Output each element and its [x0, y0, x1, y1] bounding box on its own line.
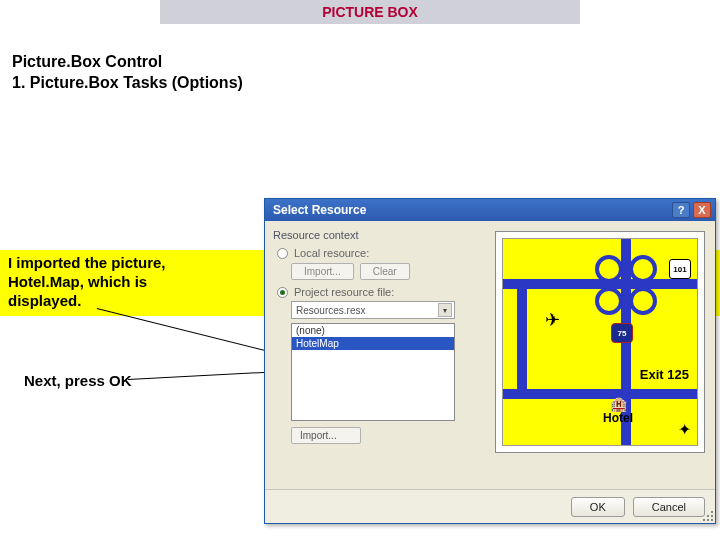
import-project-button[interactable]: Import...: [291, 427, 361, 444]
resource-listbox[interactable]: (none) HotelMap: [291, 323, 455, 421]
hotel-label: 🏨 Hotel: [603, 397, 633, 425]
hotelmap-image: 101 75 ✈ Exit 125 🏨 Hotel ✦: [502, 238, 698, 446]
clear-button: Clear: [360, 263, 410, 280]
import-local-button: Import...: [291, 263, 354, 280]
resource-file-combo[interactable]: Resources.resx ▾: [291, 301, 455, 319]
next-instruction: Next, press OK: [24, 372, 132, 389]
preview-pane: 101 75 ✈ Exit 125 🏨 Hotel ✦: [495, 231, 705, 453]
project-resource-label: Project resource file:: [294, 286, 394, 298]
list-item[interactable]: HotelMap: [292, 337, 454, 350]
interstate-shield: 75: [611, 323, 633, 343]
slide-banner: PICTURE BOX: [160, 0, 580, 24]
highlight-note-text: I imported the picture, Hotel.Map, which…: [8, 254, 208, 310]
compass-icon: ✦: [678, 420, 691, 439]
local-resource-label: Local resource:: [294, 247, 369, 259]
list-item[interactable]: (none): [292, 324, 454, 337]
subtitle-line-1: Picture.Box Control: [12, 52, 243, 73]
radio-icon: [277, 287, 288, 298]
combo-value: Resources.resx: [296, 305, 365, 316]
subtitle-line-2: 1. Picture.Box Tasks (Options): [12, 73, 243, 94]
dialog-title: Select Resource: [273, 203, 366, 217]
close-button[interactable]: X: [693, 202, 711, 218]
radio-icon: [277, 248, 288, 259]
chevron-down-icon: ▾: [438, 303, 452, 317]
cancel-button[interactable]: Cancel: [633, 497, 705, 517]
hotel-icon: 🏨: [603, 397, 633, 411]
help-icon: ?: [678, 205, 685, 216]
dialog-footer: OK Cancel: [265, 489, 715, 523]
route-shield: 101: [669, 259, 691, 279]
dialog-titlebar[interactable]: Select Resource ? X: [265, 199, 715, 221]
close-icon: X: [698, 205, 705, 216]
select-resource-dialog: Select Resource ? X Resource context Loc…: [264, 198, 716, 524]
resize-grip-icon[interactable]: [701, 509, 715, 523]
ok-button[interactable]: OK: [571, 497, 625, 517]
banner-text: PICTURE BOX: [322, 4, 418, 20]
airplane-icon: ✈: [545, 309, 560, 331]
exit-label: Exit 125: [640, 367, 689, 382]
help-button[interactable]: ?: [672, 202, 690, 218]
slide-subtitle: Picture.Box Control 1. Picture.Box Tasks…: [12, 52, 243, 94]
